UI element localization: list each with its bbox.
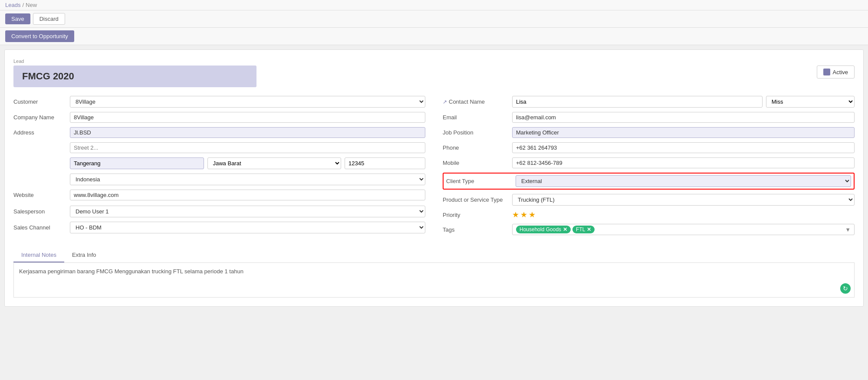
contact-first-input[interactable]: [512, 96, 763, 108]
customer-select[interactable]: 8Village: [70, 96, 425, 108]
lead-title: FMCG 2020: [22, 71, 248, 82]
discard-button[interactable]: Discard: [33, 13, 65, 25]
job-position-row: Job Position: [443, 127, 855, 138]
customer-row: Customer 8Village: [13, 96, 425, 108]
email-row: Email: [443, 112, 855, 123]
active-icon: [823, 69, 830, 75]
form-right: ↗ Contact Name Miss Email Job Position: [443, 96, 855, 239]
tag-household-goods[interactable]: Household Goods ✕: [516, 226, 571, 233]
tag-household-goods-remove[interactable]: ✕: [563, 226, 567, 233]
mobile-row: Mobile: [443, 157, 855, 168]
email-label: Email: [443, 114, 508, 121]
client-type-select[interactable]: External: [516, 175, 851, 187]
website-input[interactable]: [70, 190, 425, 200]
phone-label: Phone: [443, 144, 508, 151]
street2-input[interactable]: [70, 142, 425, 153]
form-section: Customer 8Village Company Name Address: [13, 96, 855, 239]
product-service-label: Product or Service Type: [443, 197, 508, 203]
tag-ftl-remove[interactable]: ✕: [587, 226, 591, 233]
toolbar: Save Discard: [0, 10, 868, 28]
breadcrumb: Leads / New: [0, 0, 868, 10]
tab-internal-notes[interactable]: Internal Notes: [13, 248, 64, 262]
contact-name-group: Miss: [512, 96, 855, 108]
breadcrumb-new: New: [26, 2, 37, 8]
star-1[interactable]: ★: [512, 210, 519, 219]
address-label: Address: [13, 129, 66, 136]
job-position-label: Job Position: [443, 129, 508, 136]
priority-label: Priority: [443, 212, 508, 218]
job-position-input[interactable]: [512, 127, 855, 138]
state-select[interactable]: Jawa Barat: [207, 157, 342, 169]
star-2[interactable]: ★: [520, 210, 527, 219]
tabs-bar: Internal Notes Extra Info: [13, 248, 855, 263]
product-service-row: Product or Service Type Trucking (FTL): [443, 194, 855, 206]
phone-row: Phone: [443, 142, 855, 153]
address-row: Address: [13, 127, 425, 138]
mobile-label: Mobile: [443, 160, 508, 166]
convert-to-opportunity-button[interactable]: Convert to Opportunity: [5, 30, 74, 42]
city-state-zip-row: Jawa Barat: [13, 157, 425, 169]
salesperson-select[interactable]: Demo User 1: [70, 206, 425, 217]
lead-title-box: FMCG 2020: [13, 66, 256, 87]
notes-area: Kerjasama pengiriman barang FMCG Menggun…: [13, 263, 855, 298]
tags-label: Tags: [443, 226, 508, 233]
notes-text: Kerjasama pengiriman barang FMCG Menggun…: [19, 268, 243, 275]
country-row: Indonesia: [13, 174, 425, 185]
lead-header: FMCG 2020 Active: [13, 66, 855, 87]
mobile-input[interactable]: [512, 157, 855, 168]
website-row: Website: [13, 190, 425, 200]
address-multi: Jawa Barat: [70, 157, 425, 169]
tag-ftl-label: FTL: [576, 226, 585, 233]
sales-channel-row: Sales Channel HO - BDM: [13, 222, 425, 233]
client-type-label: Client Type: [446, 178, 511, 184]
tag-household-goods-label: Household Goods: [519, 226, 561, 233]
street1-input[interactable]: [70, 127, 425, 138]
company-name-label: Company Name: [13, 114, 66, 121]
lead-label: Lead: [13, 59, 855, 64]
tag-ftl[interactable]: FTL ✕: [572, 226, 595, 233]
salesperson-label: Salesperson: [13, 208, 66, 215]
contact-title-select[interactable]: Miss: [766, 96, 855, 108]
company-name-input[interactable]: [70, 112, 425, 123]
tab-extra-info[interactable]: Extra Info: [64, 248, 104, 262]
tags-row: Tags Household Goods ✕ FTL ✕ ▼: [443, 224, 855, 235]
form-left: Customer 8Village Company Name Address: [13, 96, 425, 239]
tags-container[interactable]: Household Goods ✕ FTL ✕ ▼: [512, 224, 855, 235]
priority-row: Priority ★ ★ ★: [443, 210, 855, 219]
active-label: Active: [833, 69, 848, 75]
contact-name-row: ↗ Contact Name Miss: [443, 96, 855, 108]
ext-link-icon[interactable]: ↗: [443, 99, 447, 105]
main-content: Lead FMCG 2020 Active Customer 8Village …: [4, 49, 864, 307]
convert-bar: Convert to Opportunity: [0, 28, 868, 45]
product-service-select[interactable]: Trucking (FTL): [512, 194, 855, 206]
city-input[interactable]: [70, 157, 204, 169]
breadcrumb-separator: /: [22, 2, 24, 8]
email-input[interactable]: [512, 112, 855, 123]
save-button[interactable]: Save: [5, 13, 30, 24]
salesperson-row: Salesperson Demo User 1: [13, 206, 425, 217]
phone-input[interactable]: [512, 142, 855, 153]
country-select[interactable]: Indonesia: [70, 174, 425, 185]
breadcrumb-leads[interactable]: Leads: [5, 2, 20, 8]
active-button[interactable]: Active: [817, 66, 855, 79]
priority-stars[interactable]: ★ ★ ★: [512, 210, 536, 219]
star-3[interactable]: ★: [529, 210, 536, 219]
website-label: Website: [13, 192, 66, 198]
client-type-row: Client Type External: [443, 173, 855, 190]
contact-name-label: ↗ Contact Name: [443, 98, 508, 105]
refresh-icon[interactable]: ↻: [840, 283, 851, 294]
company-name-row: Company Name: [13, 112, 425, 123]
customer-label: Customer: [13, 98, 66, 105]
sales-channel-select[interactable]: HO - BDM: [70, 222, 425, 233]
zip-input[interactable]: [345, 157, 425, 169]
tags-dropdown-arrow[interactable]: ▼: [845, 226, 851, 233]
street2-row: [13, 142, 425, 153]
sales-channel-label: Sales Channel: [13, 224, 66, 231]
